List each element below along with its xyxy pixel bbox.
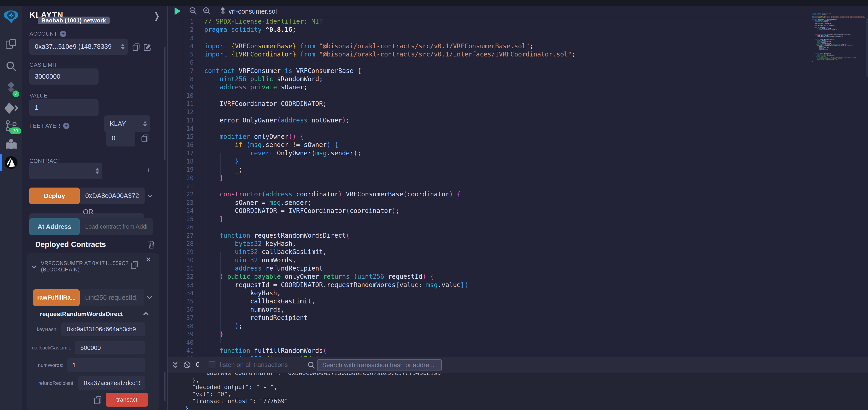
account-label: ACCOUNT + — [30, 31, 66, 37]
num-words-input[interactable] — [67, 358, 145, 372]
expand-terminal-icon[interactable] — [172, 361, 179, 370]
fee-ratio-input[interactable] — [106, 130, 135, 146]
editor-toolbar: vrf-consumer.sol — [168, 6, 868, 17]
at-address-button[interactable]: At Address — [29, 218, 80, 235]
git-count-badge: 19 — [9, 128, 21, 134]
or-label: OR — [22, 208, 154, 216]
copy-calldata-icon[interactable] — [94, 396, 102, 405]
instance-title: VRFCONSUMER AT 0X171...559C2 (BLOCKCHAIN… — [41, 260, 132, 273]
deploy-arg-input[interactable]: 0xDA8c0A00A372 — [80, 187, 145, 204]
deploy-button[interactable]: Deploy — [29, 187, 80, 204]
code-text[interactable]: // SPDX-License-Identifier: MITpragma so… — [204, 18, 576, 357]
clear-instances-trash-icon[interactable] — [147, 240, 155, 249]
transaction-count: 0 — [196, 361, 199, 368]
field-label: numWords: — [38, 363, 63, 368]
field-label: callbackGasLimit: — [32, 345, 71, 351]
editor-scrollbar[interactable] — [866, 6, 868, 357]
copy-fee-payer-icon[interactable] — [141, 134, 149, 142]
transact-button[interactable]: transact — [106, 393, 148, 407]
active-plugin-indicator — [0, 154, 2, 171]
callback-gas-limit-input[interactable] — [75, 341, 145, 354]
contract-info-icon[interactable]: i — [148, 166, 150, 174]
listen-checkbox[interactable] — [209, 362, 215, 368]
keyhash-input[interactable] — [61, 322, 145, 336]
field-label: refundRecipient: — [38, 380, 75, 386]
zoom-out-icon[interactable] — [189, 7, 197, 16]
network-badge: Baobab (1001) network — [38, 16, 110, 24]
refund-recipient-input[interactable] — [78, 376, 145, 390]
field-row: refundRecipient: — [27, 376, 145, 390]
account-select[interactable]: 0xa37...510e9 (148.78339 — [29, 39, 128, 55]
raw-fulfill-button[interactable]: rawFulfillRa... — [33, 289, 80, 306]
terminal-output[interactable]: "address coordinator": "0xDA8c0A00A37250… — [168, 373, 868, 410]
deployed-instance-card: VRFCONSUMER AT 0X171...559C2 (BLOCKCHAIN… — [27, 253, 159, 410]
remix-logo-icon — [0, 6, 22, 27]
zoom-in-icon[interactable] — [203, 7, 211, 16]
deploy-run-icon[interactable] — [0, 100, 22, 116]
panel-collapse-icon[interactable]: ❯ — [154, 10, 160, 21]
field-label: keyHash: — [37, 327, 58, 333]
add-account-icon[interactable]: + — [60, 31, 66, 37]
indent-guide — [220, 153, 221, 178]
function-name: requestRandomWordsDirect — [40, 311, 123, 318]
terminal-search-icon — [308, 361, 315, 370]
terminal: 0 listen on all transactions "address co… — [168, 357, 868, 410]
fee-payer-label: FEE PAYER + — [30, 123, 69, 129]
code-editor: vrf-consumer.sol 12345678910111213141516… — [168, 6, 868, 357]
indent-guide — [205, 83, 206, 357]
git-icon[interactable]: 19 — [0, 116, 22, 135]
raw-fulfill-expand-icon[interactable] — [147, 294, 152, 299]
value-input[interactable] — [29, 99, 98, 116]
terminal-toolbar: 0 listen on all transactions — [168, 357, 868, 373]
tab-filename[interactable]: vrf-consumer.sol — [228, 8, 277, 15]
copy-instance-icon[interactable] — [130, 261, 139, 269]
file-explorer-icon[interactable] — [0, 35, 22, 53]
add-fee-payer-icon[interactable]: + — [63, 123, 69, 129]
window-top-strip — [0, 0, 868, 6]
at-address-input[interactable] — [80, 218, 153, 235]
panel-scrollbar[interactable] — [164, 47, 165, 160]
search-icon[interactable] — [0, 57, 22, 75]
field-row: callbackGasLimit: — [27, 341, 145, 354]
instance-collapse-icon[interactable] — [31, 264, 36, 269]
contract-label: CONTRACT — [30, 158, 61, 164]
klaytn-plugin-icon[interactable] — [0, 153, 22, 172]
raw-fulfill-arg-input[interactable] — [80, 289, 144, 306]
clear-console-icon[interactable] — [183, 361, 191, 370]
solidity-file-icon — [220, 7, 226, 16]
function-collapse-icon[interactable] — [144, 312, 149, 317]
remove-instance-icon[interactable]: ✕ — [146, 255, 151, 264]
solidity-compiler-icon[interactable]: ✓ — [0, 79, 22, 99]
indent-guide — [236, 301, 236, 334]
edit-account-icon[interactable] — [144, 43, 152, 51]
minimap[interactable]: // SPDX-License-Identifier: MITpragma so… — [812, 13, 865, 126]
field-row: keyHash: — [27, 322, 145, 336]
line-numbers: 1234567891011121314151617181920212223242… — [168, 18, 194, 357]
field-row: numWords: — [27, 358, 145, 372]
compile-success-badge: ✓ — [12, 91, 19, 97]
gas-limit-input[interactable] — [29, 68, 98, 84]
code-area[interactable]: 1234567891011121314151617181920212223242… — [168, 17, 812, 357]
gas-limit-label: GAS LIMIT — [30, 62, 57, 68]
activity-bar: ✓ 19 — [0, 6, 22, 410]
deploy-expand-icon[interactable] — [148, 193, 153, 198]
listen-label: listen on all transactions — [220, 361, 288, 369]
value-unit-select[interactable]: KLAY — [104, 115, 150, 132]
fee-payer-select[interactable] — [29, 163, 102, 179]
value-label: VALUE — [30, 93, 48, 99]
plugin-panel: KLAYTN ❯ Baobab (1001) network ACCOUNT +… — [22, 6, 167, 410]
terminal-search-input[interactable] — [317, 359, 442, 371]
deployed-contracts-heading: Deployed Contracts — [35, 240, 106, 249]
run-script-icon[interactable] — [175, 7, 181, 15]
indent-guide — [220, 252, 221, 343]
copy-account-icon[interactable] — [132, 43, 141, 51]
learneth-icon[interactable] — [0, 137, 22, 152]
panel-scrollbar-lower[interactable] — [164, 372, 165, 401]
